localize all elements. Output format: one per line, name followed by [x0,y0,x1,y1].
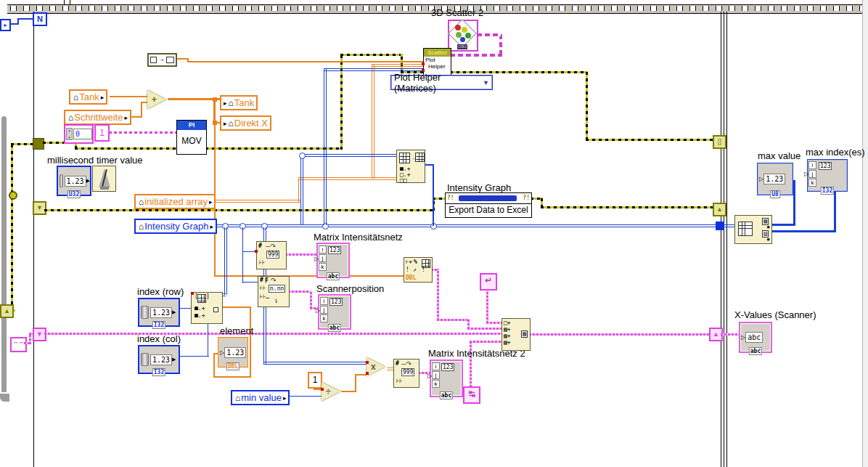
invoke-node[interactable]: ?! ?! Export Data to Excel [445,192,532,218]
wait-ms-multiple[interactable] [92,166,116,192]
local-intensity-graph[interactable]: ⌂ Intensity Graph ▸ [134,219,217,234]
spinner-icon[interactable]: ▲▼ [66,128,73,140]
read-arrow-icon: ▸ [124,114,128,121]
empty-string-constant[interactable]: "" "" [10,337,27,352]
numeric-constant-1[interactable]: 1 [94,124,110,142]
index-row-label: index (row) [137,287,184,297]
labview-block-diagram: N ▸ ▲ [] ▼ ▲ "" "" ▼ ▲ [0,0,868,467]
numeric-constant-1b[interactable]: 1 [308,372,322,389]
index-col-label: index (col) [137,334,181,344]
concatenate-strings[interactable]: □+ ▨+ ▨+ ▨+ ▨ [501,318,531,351]
loop-right-border[interactable] [721,12,721,467]
number-to-decimal-string-2[interactable]: # ─↷ 999 ⊦⊦ [393,359,419,388]
max-indexes-indicator[interactable]: ▷ ijk 123 I32 [807,159,848,192]
refnum-icon: ?! [523,195,530,201]
write-arrow-icon: ▸ [224,100,227,107]
matrix2-indicator[interactable]: ▷ ijk 123 abc [430,360,463,397]
dial-icon [60,174,63,187]
tab-constant[interactable]: ↹ [463,386,480,404]
local-schrittweite-read[interactable]: ⌂ Schrittweite ▸ [64,110,131,125]
ms-timer-label: millisecond timer value [47,155,143,166]
house-icon: ⌂ [139,222,144,232]
local-tank-write[interactable]: ▸ ⌂ Tank [220,95,258,110]
house-icon: ⌂ [68,113,73,123]
house-icon: ⌂ [139,197,144,207]
scannerpos-label: Scannerposition [316,284,384,294]
array-max-min[interactable]: ▨ ▪ ▤ ▪ [734,215,772,244]
read-arrow-icon: ▸ [209,198,213,206]
max-indexes-label: max index(es) [806,147,865,158]
tunnel-error-in[interactable] [33,138,44,150]
multiply-function[interactable] [367,357,385,376]
scannerpos-indicator[interactable]: ▷ ijk 123 abc [318,294,351,330]
mov-subvi[interactable]: PI MOV [176,120,207,155]
divide-function[interactable] [322,382,340,401]
read-arrow-icon: ▸ [283,394,287,402]
shift-register-error-right[interactable]: ▲ [713,203,726,216]
house-icon: ⌂ [235,393,240,403]
read-arrow-icon: ▸ [210,223,213,230]
index-row-terminal[interactable]: 1.23 ▶ I32 [138,298,180,327]
house-icon: ⌂ [229,98,234,108]
replace-array-subset[interactable]: → ■.+ □.+ □□ [396,150,425,183]
number-to-decimal-string[interactable]: # ─↷ 999 ⊦⊦ [256,241,287,269]
ms-timer-terminal[interactable]: 1.23 ▶ U32 [57,166,91,196]
local-initialized-array[interactable]: ⌂ initialized array ▸ [134,194,216,209]
loop-left-border[interactable] [33,12,34,467]
element-label: element [220,326,253,336]
scatter3d-terminal[interactable]: OBJ [448,20,478,52]
tunnel-array[interactable] [716,222,724,230]
numeric-constant-0[interactable]: ▲▼ 0 [64,124,94,144]
feedback-node-icon[interactable]: ⇢ [147,53,177,67]
tunnel-count[interactable]: ▸ [0,19,11,31]
array-to-spreadsheet-string[interactable]: ⊦+ % ! ↗ ! DBL [404,257,433,283]
max-value-label: max value [758,151,801,161]
while-loop-border[interactable] [1,116,7,392]
index-array[interactable]: [ ] ■.+ ■.+ [191,292,223,324]
loop-right-border[interactable] [724,12,724,467]
loop-right-border[interactable] [726,12,727,467]
obj-tag: OBJ [457,44,467,49]
refnum-icon: ?! [447,195,454,201]
enum-constant-plot-helper[interactable]: Plot Helper (Matrices) ▼ [390,75,493,90]
dropdown-icon[interactable]: ▼ [483,79,489,86]
shift-register-error-left[interactable]: ▼ [33,201,46,215]
dial-icon [141,353,149,366]
write-arrow-icon: ▸ [224,120,227,127]
dial-icon [141,306,149,319]
local-min-value[interactable]: ⌂ min value ▸ [231,390,290,405]
index-col-terminal[interactable]: 1.23 ▶ I32 [138,345,180,374]
matrix1-label: Matrix Intensitätsnetz [314,232,403,243]
x-values-indicator[interactable]: ▷ abc abc [739,322,772,353]
tunnel-error-outer[interactable]: ▲ [0,304,14,318]
number-to-fractional-string[interactable]: # F ↷ ⊦⊦ n.nn ⊦⊦… ↴ [258,276,290,307]
while-loop-corner [0,394,9,402]
house-icon: ⌂ [229,118,234,129]
scatter3d-label: 3D Scatter 2 [431,8,483,18]
wire-knot [9,191,17,200]
loop-count-terminal[interactable]: N [33,12,47,26]
x-values-label: X-Values (Scanner) [734,310,816,320]
end-of-line-constant[interactable]: ↵ [480,273,497,291]
tunnel-error-index[interactable]: [] [713,135,726,149]
matrix1-indicator[interactable]: ▷ ijk 123 abc [316,243,350,278]
read-arrow-icon: ▸ [101,94,105,101]
max-value-indicator[interactable]: ▷ 1.23 U8 [757,163,793,195]
local-direkt-x-write[interactable]: ▸ ⌂ Direkt X [220,115,271,131]
local-tank-read[interactable]: ⌂ Tank ▸ [69,89,107,105]
house-icon: ⌂ [73,92,78,102]
window-edge [862,0,868,467]
invoke-node-label: Intensity Graph [447,183,511,193]
element-terminal[interactable]: ▷ 1.23 DBL [218,337,248,367]
